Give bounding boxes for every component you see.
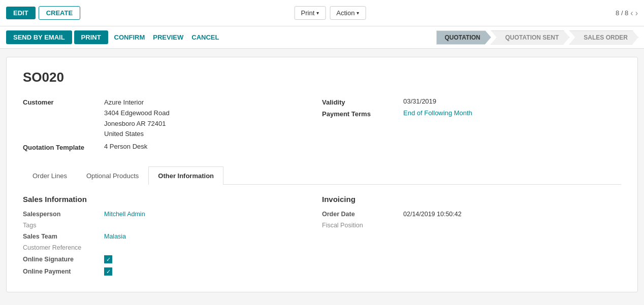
status-quotation[interactable]: QUOTATION bbox=[436, 30, 491, 45]
send-email-button[interactable]: SEND BY EMAIL bbox=[6, 30, 72, 44]
customer-address-2: Jonesboro AR 72401 bbox=[104, 119, 170, 129]
validity-row: Validity 03/31/2019 bbox=[322, 97, 621, 106]
prev-page-button[interactable]: ‹ bbox=[630, 9, 633, 18]
order-date-row: Order Date 02/14/2019 10:50:42 bbox=[322, 211, 621, 218]
top-bar: EDIT CREATE Print ▾ Action ▾ 8 / 8 ‹ › bbox=[0, 0, 644, 26]
print-dropdown-arrow: ▾ bbox=[316, 10, 319, 16]
print-label: Print bbox=[301, 9, 315, 17]
status-sales-order[interactable]: SALES ORDER bbox=[569, 30, 638, 45]
order-date-value: 02/14/2019 10:50:42 bbox=[403, 211, 462, 218]
customer-address-3: United States bbox=[104, 129, 170, 140]
next-page-button[interactable]: › bbox=[635, 9, 638, 18]
tags-row: Tags bbox=[23, 222, 322, 229]
online-signature-row: Online Signature ✓ bbox=[23, 255, 322, 263]
invoicing-section: Invoicing Order Date 02/14/2019 10:50:42… bbox=[322, 195, 621, 280]
customer-value: Azure Interior 3404 Edgewood Road Jonesb… bbox=[104, 97, 170, 140]
cancel-button[interactable]: CANCEL bbox=[191, 33, 219, 41]
validity-value: 03/31/2019 bbox=[403, 97, 436, 105]
tab-order-lines[interactable]: Order Lines bbox=[23, 166, 77, 185]
customer-name[interactable]: Azure Interior bbox=[104, 97, 170, 108]
customer-label: Customer bbox=[23, 97, 104, 106]
customer-row: Customer Azure Interior 3404 Edgewood Ro… bbox=[23, 97, 322, 140]
status-quotation-sent[interactable]: QUOTATION SENT bbox=[491, 30, 570, 45]
sales-team-value[interactable]: Malasia bbox=[104, 233, 126, 240]
template-value: 4 Person Desk bbox=[104, 143, 147, 150]
print-dropdown[interactable]: Print ▾ bbox=[295, 6, 326, 20]
action-dropdown[interactable]: Action ▾ bbox=[330, 6, 366, 20]
print-button[interactable]: PRINT bbox=[74, 30, 108, 44]
template-label: Quotation Template bbox=[23, 143, 104, 151]
fiscal-position-label: Fiscal Position bbox=[322, 222, 403, 229]
online-payment-value[interactable]: ✓ bbox=[104, 267, 112, 276]
online-signature-value[interactable]: ✓ bbox=[104, 255, 112, 263]
sales-team-row: Sales Team Malasia bbox=[23, 233, 322, 240]
document-card: SO020 Customer Azure Interior 3404 Edgew… bbox=[6, 57, 638, 292]
fiscal-position-row: Fiscal Position bbox=[322, 222, 621, 229]
form-right: Validity 03/31/2019 Payment Terms End of… bbox=[322, 97, 621, 154]
confirm-button[interactable]: CONFIRM bbox=[114, 33, 145, 41]
create-button[interactable]: CREATE bbox=[39, 6, 80, 20]
payment-terms-value[interactable]: End of Following Month bbox=[403, 109, 472, 117]
validity-label: Validity bbox=[322, 97, 403, 106]
customer-address-1: 3404 Edgewood Road bbox=[104, 108, 170, 119]
tags-label: Tags bbox=[23, 222, 104, 229]
invoicing-title: Invoicing bbox=[322, 195, 621, 204]
status-pipeline: QUOTATION QUOTATION SENT SALES ORDER bbox=[436, 30, 638, 45]
online-payment-row: Online Payment ✓ bbox=[23, 267, 322, 276]
action-bar: SEND BY EMAIL PRINT CONFIRM PREVIEW CANC… bbox=[0, 26, 644, 49]
document-title: SO020 bbox=[23, 70, 621, 85]
payment-terms-row: Payment Terms End of Following Month bbox=[322, 109, 621, 118]
main-content: SO020 Customer Azure Interior 3404 Edgew… bbox=[0, 49, 644, 300]
online-payment-checkbox[interactable]: ✓ bbox=[104, 267, 112, 276]
action-dropdown-arrow: ▾ bbox=[357, 10, 359, 16]
online-signature-checkbox[interactable]: ✓ bbox=[104, 255, 112, 263]
customer-reference-label: Customer Reference bbox=[23, 244, 104, 251]
tabs: Order Lines Optional Products Other Info… bbox=[23, 166, 621, 185]
other-information-content: Sales Information Salesperson Mitchell A… bbox=[23, 195, 621, 280]
tab-other-information[interactable]: Other Information bbox=[148, 166, 223, 185]
pagination-text: 8 / 8 bbox=[616, 9, 628, 17]
action-label: Action bbox=[336, 9, 355, 17]
online-payment-label: Online Payment bbox=[23, 268, 104, 275]
preview-button[interactable]: PREVIEW bbox=[153, 33, 183, 41]
form-left: Customer Azure Interior 3404 Edgewood Ro… bbox=[23, 97, 322, 154]
pagination: 8 / 8 ‹ › bbox=[616, 9, 638, 18]
order-date-label: Order Date bbox=[322, 211, 403, 218]
payment-terms-label: Payment Terms bbox=[322, 109, 403, 118]
edit-button[interactable]: EDIT bbox=[6, 7, 36, 19]
online-signature-label: Online Signature bbox=[23, 256, 104, 263]
customer-reference-row: Customer Reference bbox=[23, 244, 322, 251]
salesperson-value[interactable]: Mitchell Admin bbox=[104, 211, 145, 218]
template-row: Quotation Template 4 Person Desk bbox=[23, 143, 322, 151]
tab-optional-products[interactable]: Optional Products bbox=[77, 166, 148, 185]
sales-information-section: Sales Information Salesperson Mitchell A… bbox=[23, 195, 322, 280]
salesperson-row: Salesperson Mitchell Admin bbox=[23, 211, 322, 218]
sales-team-label: Sales Team bbox=[23, 233, 104, 240]
sales-info-title: Sales Information bbox=[23, 195, 322, 204]
salesperson-label: Salesperson bbox=[23, 211, 104, 218]
document-form: Customer Azure Interior 3404 Edgewood Ro… bbox=[23, 97, 621, 154]
